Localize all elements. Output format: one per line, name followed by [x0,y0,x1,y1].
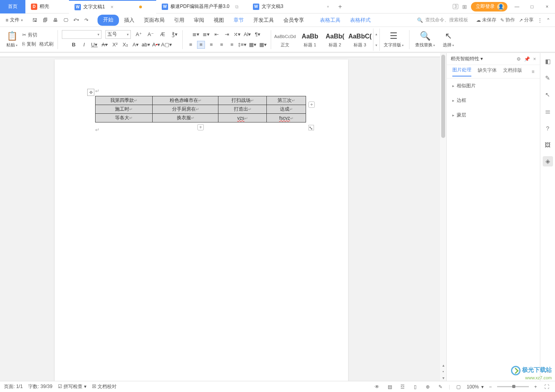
table[interactable]: ✥ 我第四季款↵粉色赤峰市在↵打扫战场↵第三次↵施工时↵分手厨房在↵打造出↵达成… [95,96,306,122]
tab-doc3[interactable]: W 文字文稿3 • [247,0,335,13]
style-heading3[interactable]: AaBbC(标题 3 [348,29,372,51]
minimize-icon[interactable]: — [511,1,522,12]
apps-icon[interactable]: ⊞ [462,4,467,10]
change-case-icon[interactable]: Ӕ [159,31,166,38]
table-cell[interactable]: 施工时↵ [96,105,153,114]
save-as-icon[interactable]: 🗐 [40,15,50,25]
panel-section-similar[interactable]: 相似图片 [447,78,540,93]
clear-format-icon[interactable]: ℥▾ [170,31,178,38]
file-menu[interactable]: ≡ 文件 ▾ [3,15,25,25]
spellcheck-toggle[interactable]: ☑ 拼写检查 ▾ [58,383,86,390]
close-tab-icon[interactable]: × [111,4,114,10]
more-icon[interactable]: ⋮ [538,17,542,23]
italic-button[interactable]: I [80,41,88,49]
table-cell[interactable]: fscvz↵ [266,114,306,122]
style-heading2[interactable]: AaBb(标题 2 [323,29,347,51]
sidebar-templates-icon[interactable]: ◧ [543,56,553,67]
find-replace-button[interactable]: 🔍 查找替换 [413,30,436,49]
page-indicator[interactable]: 页面: 1/1 [4,383,23,390]
view-web-icon[interactable]: ⊕ [423,382,432,391]
scroll-down-icon[interactable]: ▾ [440,375,446,381]
copy-button[interactable]: ⎘ 复制 [22,41,36,48]
style-normal[interactable]: AaBbCcDd正文 [273,29,297,51]
close-icon[interactable]: × [542,1,553,12]
vertical-scrollbar[interactable]: ▴ • ▾ 《 [440,53,446,381]
table-resize-handle[interactable]: ⤡ [308,125,314,130]
panel-tab-font[interactable]: 缺失字体 [478,67,497,76]
tab-docke[interactable]: D 稻壳 [25,0,69,13]
menu-tab-layout[interactable]: 页面布局 [140,15,169,26]
undo-icon[interactable]: ↶▾ [71,15,81,25]
zoom-label[interactable]: 100% [467,384,479,390]
text-layout-button[interactable]: ☰ 文字排版 [382,30,405,49]
indent-button[interactable]: ⇥ [223,31,231,38]
line-spacing-button[interactable]: ‡≡▾ [238,41,246,49]
sidebar-help-icon[interactable]: ? [543,123,553,133]
search-input[interactable]: 🔍 查找命令、搜索模板 [413,15,472,25]
word-count[interactable]: 字数: 39/39 [28,383,52,390]
print-icon[interactable]: 🖶 [51,15,60,25]
tab-doc2[interactable]: W 极速PDF编辑器用户手册3.0 ⧉ [156,0,247,13]
doc-check-toggle[interactable]: ☒ 文档校对 [92,383,117,390]
menu-tab-view[interactable]: 视图 [209,15,228,26]
table-cell[interactable]: 第三次↵ [266,96,306,105]
sidebar-pen-icon[interactable]: ✎ [543,73,553,83]
menu-tab-section[interactable]: 章节 [229,15,248,26]
panel-section-mask[interactable]: 蒙层 [447,108,540,122]
borders-button[interactable]: ▦▾ [259,41,267,49]
table-cell[interactable]: 等各大↵ [96,114,153,122]
align-right-button[interactable]: ≡ [207,41,215,49]
style-heading1[interactable]: AaBb标题 1 [298,29,322,51]
font-size-input[interactable]: 五号▾ [105,30,131,39]
ruler-horizontal[interactable] [0,53,440,57]
collapse-ribbon-icon[interactable]: ⌃ [546,17,550,23]
table-cell[interactable]: 达成↵ [266,105,306,114]
sidebar-select-icon[interactable]: ↖ [543,90,553,100]
zoom-out-button[interactable]: − [486,382,495,391]
fit-icon[interactable]: ▢ [454,382,463,391]
table-cell[interactable]: 打造出↵ [218,105,267,114]
fullscreen-icon[interactable]: ⛶ [542,382,551,391]
zoom-slider[interactable] [497,386,529,387]
menu-tab-table-style[interactable]: 表格样式 [346,15,375,26]
redo-icon[interactable]: ↷ [82,15,91,25]
shading-button[interactable]: ▦▾ [249,41,256,49]
bold-button[interactable]: B [70,41,78,49]
align-left-button[interactable]: ≡ [187,41,195,49]
panel-tab-image[interactable]: 图片处理 [452,67,471,76]
subscript-button[interactable]: X₂ [121,41,129,49]
strike-button[interactable]: A▾ [101,41,109,49]
view-outline-icon[interactable]: ☲ [398,382,407,391]
menu-tab-reference[interactable]: 引用 [170,15,189,26]
save-icon[interactable]: 🖫 [30,15,40,25]
underline-button[interactable]: U▾ [90,41,98,49]
pin-icon[interactable]: 📌 [524,56,530,62]
text-effect-button[interactable]: A▾ [132,41,140,49]
tab-home[interactable]: 首页 [0,0,25,13]
share-link[interactable]: ↗ 分享 [519,17,534,23]
menu-tab-dev[interactable]: 开发工具 [249,15,278,26]
numbering-button[interactable]: ≣▾ [202,31,210,38]
add-tab-button[interactable]: + [335,1,346,12]
align-center-button[interactable]: ≡ [197,41,205,49]
table-cell[interactable]: 换衣服↵ [152,114,218,122]
login-button[interactable]: 立即登录 👤 [471,2,507,11]
panel-tab-layout[interactable]: 文档排版 [503,67,522,76]
scrollbar-thumb[interactable] [441,55,445,138]
limit-icon[interactable]: 3 [453,4,458,9]
bullets-button[interactable]: ≣▾ [192,31,200,38]
menu-tab-review[interactable]: 审阅 [189,15,209,26]
menu-tab-start[interactable]: 开始 [98,15,119,26]
menu-tab-member[interactable]: 会员专享 [279,15,308,26]
text-direction-button[interactable]: Al▾ [243,31,251,38]
distribute-button[interactable]: ≡ [228,41,236,49]
sort-button[interactable]: ⤮▾ [233,31,241,38]
table-cell[interactable]: vzs↵ [218,114,267,122]
view-read-icon[interactable]: ▯ [411,382,419,391]
table-cell[interactable]: 我第四季款↵ [96,96,153,105]
paste-button[interactable]: 📋 粘贴 [5,30,19,49]
sidebar-settings-icon[interactable]: ⚌ [543,106,553,117]
font-color-button[interactable]: A▾ [152,41,160,49]
justify-button[interactable]: ≡ [218,41,226,49]
sidebar-ai-icon[interactable]: ◈ [543,156,553,166]
